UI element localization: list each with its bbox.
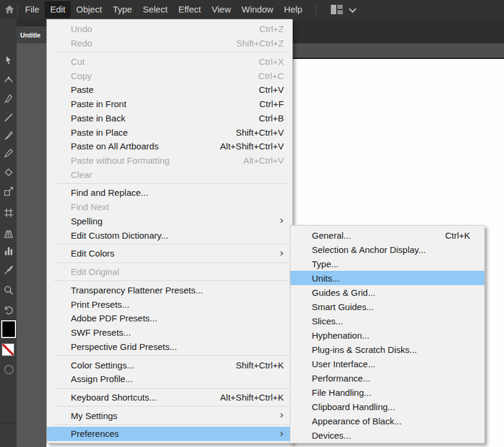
menu-item-label: Color Settings... bbox=[71, 360, 236, 370]
menubar-item-effect[interactable]: Effect bbox=[173, 1, 206, 18]
menu-item-label: Plug-ins & Scratch Disks... bbox=[312, 345, 470, 355]
menu-item-selection-and-anchor-display[interactable]: Selection & Anchor Display... bbox=[290, 242, 484, 257]
rotate-view-tool-icon[interactable] bbox=[0, 302, 17, 318]
menu-item-label: Find Next bbox=[71, 202, 284, 212]
menu-item-adobe-pdf-presets[interactable]: Adobe PDF Presets... bbox=[47, 311, 292, 326]
menu-item-color-settings[interactable]: Color Settings...Shift+Ctrl+K bbox=[47, 358, 292, 372]
menu-separator bbox=[47, 404, 292, 408]
menu-item-shortcut: Ctrl+K bbox=[445, 230, 470, 240]
menu-item-paste-in-back[interactable]: Paste in BackCtrl+B bbox=[47, 111, 292, 125]
menu-item-appearance-of-black[interactable]: Appearance of Black... bbox=[290, 414, 484, 428]
submenu-chevron-icon: › bbox=[280, 428, 284, 439]
menu-item-label: Assign Profile... bbox=[71, 374, 284, 384]
menu-item-cut[interactable]: CutCtrl+X bbox=[47, 54, 292, 68]
menu-item-guides-and-grid[interactable]: Guides & Grid... bbox=[290, 285, 484, 299]
menu-item-find-next[interactable]: Find Next bbox=[47, 200, 292, 214]
menu-item-label: Redo bbox=[71, 38, 236, 48]
screen-mode-icon[interactable] bbox=[4, 365, 14, 374]
menu-item-label: Performance... bbox=[312, 373, 470, 383]
menubar-item-type[interactable]: Type bbox=[107, 1, 137, 18]
menu-item-swf-presets[interactable]: SWF Presets... bbox=[47, 326, 292, 340]
document-tab[interactable]: Untitle bbox=[17, 26, 46, 43]
menu-item-label: Paste on All Artboards bbox=[71, 141, 220, 151]
menu-item-print-presets[interactable]: Print Presets... bbox=[47, 297, 292, 311]
home-icon[interactable] bbox=[2, 0, 17, 19]
preferences-submenu: General...Ctrl+KSelection & Anchor Displ… bbox=[290, 225, 485, 443]
menubar-item-edit[interactable]: Edit bbox=[45, 1, 71, 18]
menu-item-performance[interactable]: Performance... bbox=[290, 371, 484, 385]
menu-item-spelling[interactable]: Spelling› bbox=[47, 214, 292, 229]
menu-item-file-handling[interactable]: File Handling... bbox=[290, 385, 484, 399]
menubar-item-window[interactable]: Window bbox=[236, 1, 278, 18]
menu-item-clear[interactable]: Clear bbox=[47, 167, 292, 182]
free-transform-tool-icon[interactable] bbox=[0, 183, 17, 199]
menubar-item-help[interactable]: Help bbox=[278, 1, 308, 18]
menu-item-label: Devices... bbox=[312, 430, 470, 440]
menu-item-find-and-replace[interactable]: Find and Replace... bbox=[47, 186, 292, 200]
stroke-color-swatch[interactable] bbox=[2, 343, 14, 356]
fill-color-swatch[interactable] bbox=[1, 320, 16, 338]
curvature-tool-icon[interactable] bbox=[0, 71, 17, 87]
menu-item-redo[interactable]: RedoShift+Ctrl+Z bbox=[47, 36, 292, 51]
submenu-chevron-icon: › bbox=[280, 215, 284, 226]
menu-item-label: General... bbox=[312, 230, 445, 240]
menu-item-copy[interactable]: CopyCtrl+C bbox=[47, 68, 292, 83]
perspective-grid-tool-icon[interactable] bbox=[0, 226, 17, 242]
pencil-tool-icon[interactable] bbox=[0, 145, 17, 161]
menu-item-transparency-flattener-presets[interactable]: Transparency Flattener Presets... bbox=[47, 283, 292, 297]
menu-item-shortcut: Ctrl+X bbox=[259, 57, 284, 67]
menu-item-devices[interactable]: Devices... bbox=[290, 428, 484, 442]
menu-item-general[interactable]: General...Ctrl+K bbox=[290, 228, 484, 242]
menu-item-paste-without-formatting[interactable]: Paste without FormattingAlt+Ctrl+V bbox=[47, 154, 292, 168]
menubar-item-file[interactable]: File bbox=[20, 1, 45, 18]
menu-item-keyboard-shortcuts[interactable]: Keyboard Shortcuts...Alt+Shift+Ctrl+K bbox=[47, 390, 292, 405]
menu-item-edit-colors[interactable]: Edit Colors› bbox=[47, 246, 292, 261]
menu-item-assign-profile[interactable]: Assign Profile... bbox=[47, 372, 292, 386]
menu-item-paste[interactable]: PasteCtrl+V bbox=[47, 83, 292, 97]
menu-item-label: Keyboard Shortcuts... bbox=[71, 392, 220, 402]
menu-item-label: Spelling bbox=[71, 216, 274, 226]
menu-item-label: Paste without Formatting bbox=[71, 155, 243, 165]
workspace-switcher[interactable] bbox=[323, 5, 355, 14]
menu-item-slices[interactable]: Slices... bbox=[290, 314, 484, 328]
menu-item-preferences[interactable]: Preferences› bbox=[47, 427, 292, 441]
shaper-tool-icon[interactable] bbox=[0, 164, 17, 180]
menu-item-type[interactable]: Type... bbox=[290, 257, 484, 271]
menu-item-units[interactable]: Units... bbox=[290, 271, 484, 285]
menu-item-paste-in-place[interactable]: Paste in PlaceShift+Ctrl+V bbox=[47, 125, 292, 139]
line-segment-tool-icon[interactable] bbox=[0, 110, 17, 125]
menubar-divider bbox=[17, 4, 18, 15]
menu-item-label: Clear bbox=[71, 170, 284, 180]
menu-item-perspective-grid-presets[interactable]: Perspective Grid Presets... bbox=[47, 339, 292, 354]
menu-item-label: Paste in Back bbox=[71, 113, 259, 123]
eyedropper-tool-icon[interactable] bbox=[0, 262, 17, 277]
menu-item-plug-ins-and-scratch-disks[interactable]: Plug-ins & Scratch Disks... bbox=[290, 342, 484, 357]
menubar-item-view[interactable]: View bbox=[206, 1, 236, 18]
selection-tool-icon[interactable] bbox=[0, 52, 17, 68]
menu-item-smart-guides[interactable]: Smart Guides... bbox=[290, 299, 484, 314]
pen-tool-icon[interactable] bbox=[0, 90, 17, 106]
menu-item-label: Edit Colors bbox=[71, 248, 274, 258]
zoom-tool-icon[interactable] bbox=[0, 282, 17, 298]
menu-item-hyphenation[interactable]: Hyphenation... bbox=[290, 328, 484, 342]
paintbrush-tool-icon[interactable] bbox=[0, 127, 17, 143]
menu-item-label: Edit Original bbox=[71, 267, 284, 277]
chevron-down-icon bbox=[349, 5, 356, 12]
artboard-tool-icon[interactable] bbox=[0, 205, 17, 220]
menu-item-edit-custom-dictionary[interactable]: Edit Custom Dictionary... bbox=[47, 228, 292, 242]
menu-item-label: Units... bbox=[312, 273, 470, 283]
menu-item-user-interface[interactable]: User Interface... bbox=[290, 357, 484, 371]
menu-item-label: Find and Replace... bbox=[71, 187, 284, 198]
menubar-item-select[interactable]: Select bbox=[137, 1, 173, 18]
column-graph-tool-icon[interactable] bbox=[0, 243, 17, 258]
menu-item-shortcut: Alt+Shift+Ctrl+K bbox=[220, 392, 284, 402]
menu-item-undo[interactable]: UndoCtrl+Z bbox=[47, 22, 292, 36]
menu-item-edit-original[interactable]: Edit Original bbox=[47, 265, 292, 279]
menu-item-shortcut: Alt+Shift+Ctrl+V bbox=[220, 141, 284, 151]
menu-item-clipboard-handling[interactable]: Clipboard Handling... bbox=[290, 399, 484, 414]
menu-item-paste-in-front[interactable]: Paste in FrontCtrl+F bbox=[47, 97, 292, 111]
menu-item-paste-on-all-artboards[interactable]: Paste on All ArtboardsAlt+Shift+Ctrl+V bbox=[47, 139, 292, 154]
menu-item-my-settings[interactable]: My Settings› bbox=[47, 408, 292, 423]
menubar-item-object[interactable]: Object bbox=[71, 1, 107, 18]
menubar-divider bbox=[315, 4, 316, 15]
